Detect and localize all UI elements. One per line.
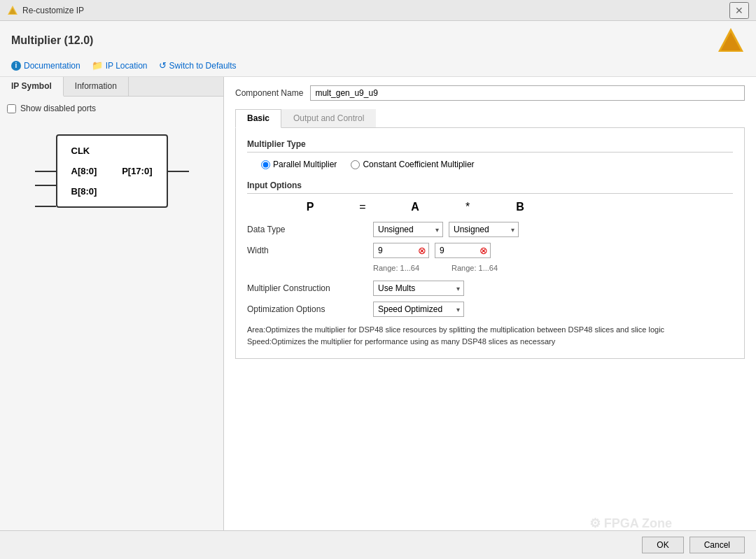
- multiplier-construction-select[interactable]: Use Mults Use LUTs Use Auto: [373, 281, 464, 296]
- close-button[interactable]: ✕: [729, 2, 749, 19]
- main-content: IP Symbol Information Show disabled port…: [0, 77, 756, 530]
- optimization-options-label: Optimization Options: [247, 304, 373, 314]
- switch-defaults-btn[interactable]: ↺ Switch to Defaults: [159, 60, 237, 71]
- b-data-type-select[interactable]: Unsigned Signed: [449, 222, 519, 237]
- clk-port-row: CLK A[8:0] P[17:0] B[8:0]: [35, 134, 189, 208]
- mul-symbol: *: [457, 201, 478, 213]
- b-data-type-wrap: Unsigned Signed ▾: [449, 222, 519, 237]
- tab-information[interactable]: Information: [64, 77, 129, 96]
- a-label: A[8:0]: [71, 166, 97, 176]
- width-fields: ⊗ ⊗: [373, 243, 491, 258]
- a-width-clear-btn[interactable]: ⊗: [418, 245, 426, 256]
- folder-icon: 📁: [92, 60, 103, 71]
- refresh-icon: ↺: [159, 60, 167, 71]
- ab-row: A[8:0] P[17:0]: [71, 166, 153, 176]
- constant-radio-label[interactable]: Constant Coefficient Multiplier: [351, 160, 474, 169]
- clk-wire: [35, 171, 56, 172]
- symbol-area: CLK A[8:0] P[17:0] B[8:0]: [7, 120, 216, 223]
- component-name-row: Component Name: [235, 85, 745, 101]
- toolbar: i Documentation 📁 IP Location ↺ Switch t…: [11, 60, 745, 71]
- title-bar: Re-customize IP ✕: [0, 0, 756, 21]
- ok-button[interactable]: OK: [642, 537, 683, 553]
- header: Multiplier (12.0) i Documentation 📁 IP L…: [0, 21, 756, 77]
- clk-label: CLK: [71, 146, 153, 156]
- right-panel: Component Name Basic Output and Control …: [224, 77, 756, 530]
- left-tabs-bar: IP Symbol Information: [0, 77, 223, 97]
- data-type-fields: Unsigned Signed ▾ Unsigned Signed ▾: [373, 222, 519, 237]
- title-bar-text: Re-customize IP: [22, 6, 84, 15]
- parallel-radio[interactable]: [261, 160, 270, 169]
- ip-symbol-diagram: CLK A[8:0] P[17:0] B[8:0]: [35, 134, 189, 209]
- show-disabled-checkbox[interactable]: [7, 104, 16, 113]
- component-name-label: Component Name: [235, 88, 303, 98]
- b-wire: [35, 206, 56, 207]
- data-type-row: Data Type Unsigned Signed ▾ Unsigned: [247, 222, 733, 237]
- p-label: P[17:0]: [122, 166, 152, 176]
- multiplier-type-title: Multiplier Type: [247, 139, 733, 153]
- p-symbol: P: [268, 201, 352, 213]
- info-text-area: Area:Optimizes the multiplier for DSP48 …: [247, 324, 733, 347]
- documentation-btn[interactable]: i Documentation: [11, 61, 80, 71]
- pab-equation-row: P = A * B: [247, 201, 733, 213]
- ip-location-btn[interactable]: 📁 IP Location: [92, 60, 148, 71]
- a-symbol: A: [373, 201, 457, 213]
- component-name-input[interactable]: [310, 85, 745, 101]
- optimization-options-select[interactable]: Speed Optimized Area Optimized: [373, 302, 464, 317]
- p-wire: [168, 171, 189, 172]
- tab-content-basic: Multiplier Type Parallel Multiplier Cons…: [235, 128, 745, 359]
- b-label: B[8:0]: [71, 186, 97, 197]
- optimization-options-row: Optimization Options Speed Optimized Are…: [247, 302, 733, 317]
- a-data-type-select[interactable]: Unsigned Signed: [373, 222, 443, 237]
- eq-symbol: =: [352, 201, 373, 213]
- tab-basic[interactable]: Basic: [235, 109, 281, 128]
- a-width-wrap: ⊗: [373, 243, 429, 258]
- show-disabled-row: Show disabled ports: [7, 104, 216, 113]
- multiplier-type-radios: Parallel Multiplier Constant Coefficient…: [247, 160, 733, 169]
- data-type-label: Data Type: [247, 225, 373, 234]
- show-disabled-label: Show disabled ports: [20, 104, 96, 113]
- a-wire: [35, 185, 56, 186]
- input-options-title: Input Options: [247, 181, 733, 194]
- b-symbol: B: [478, 201, 562, 213]
- width-label: Width: [247, 246, 373, 255]
- b-range: Range: 1...64: [451, 264, 524, 272]
- app-icon: [7, 5, 18, 16]
- multiplier-construction-row: Multiplier Construction Use Mults Use LU…: [247, 281, 733, 296]
- b-width-wrap: ⊗: [435, 243, 491, 258]
- multiplier-construction-wrap: Use Mults Use LUTs Use Auto ▾: [373, 281, 464, 296]
- info-icon: i: [11, 61, 21, 71]
- main-window: Re-customize IP ✕ Multiplier (12.0) i Do…: [0, 0, 756, 559]
- right-tabs: Basic Output and Control: [235, 109, 745, 128]
- a-data-type-wrap: Unsigned Signed ▾: [373, 222, 443, 237]
- multiplier-construction-label: Multiplier Construction: [247, 283, 373, 293]
- constant-radio[interactable]: [351, 160, 360, 169]
- cancel-button[interactable]: Cancel: [690, 537, 745, 553]
- tab-output-control[interactable]: Output and Control: [281, 109, 376, 127]
- left-panel-content: Show disabled ports CLK A[8:0] P[17:: [0, 97, 223, 530]
- a-range: Range: 1...64: [373, 264, 446, 272]
- left-panel: IP Symbol Information Show disabled port…: [0, 77, 224, 530]
- b-width-clear-btn[interactable]: ⊗: [479, 245, 488, 256]
- page-title: Multiplier (12.0): [11, 34, 93, 47]
- parallel-radio-label[interactable]: Parallel Multiplier: [261, 160, 337, 169]
- ip-box: CLK A[8:0] P[17:0] B[8:0]: [56, 134, 168, 208]
- tab-ip-symbol[interactable]: IP Symbol: [0, 77, 64, 97]
- range-row: Range: 1...64 Range: 1...64: [247, 264, 733, 272]
- width-row: Width ⊗ ⊗: [247, 243, 733, 258]
- optimization-options-wrap: Speed Optimized Area Optimized ▾: [373, 302, 464, 317]
- xilinx-logo: [717, 27, 745, 55]
- bottom-bar: ⚙ FPGA Zone OK Cancel: [0, 530, 756, 559]
- b-row: B[8:0]: [71, 186, 153, 197]
